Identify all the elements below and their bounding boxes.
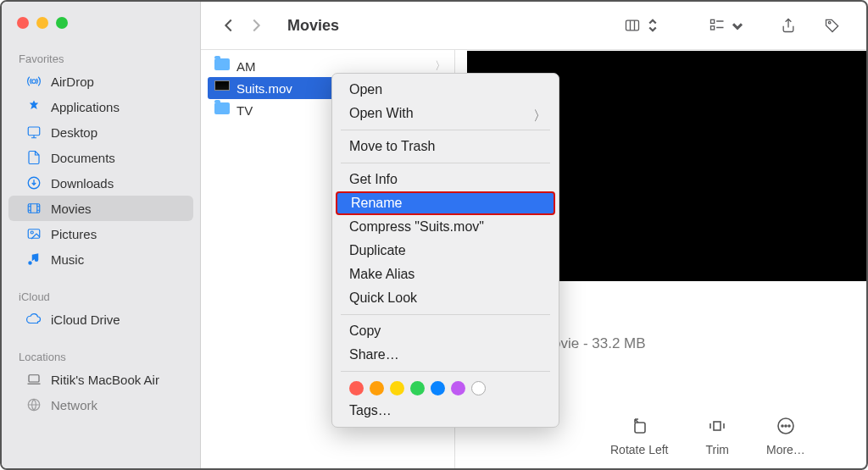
tag-purple[interactable]: [451, 381, 465, 395]
sidebar-item-label: Downloads: [51, 176, 114, 191]
group-button[interactable]: [702, 17, 753, 34]
icloud-icon: [25, 311, 42, 328]
file-meta: ovie - 33.2 MB: [553, 335, 646, 352]
sidebar-item-music[interactable]: Music: [8, 246, 193, 272]
more-icon: [776, 416, 796, 436]
sidebar-item-movies[interactable]: Movies: [8, 196, 193, 221]
menu-item-compress[interactable]: Compress "Suits.mov": [332, 215, 559, 239]
svg-point-17: [788, 425, 790, 427]
menu-item-rename[interactable]: Rename: [336, 191, 555, 215]
menu-item-alias[interactable]: Make Alias: [332, 263, 559, 286]
tags-button[interactable]: [817, 17, 848, 34]
tag-green[interactable]: [410, 381, 425, 395]
sidebar-section-locations: Locations: [2, 347, 200, 367]
sidebar-item-label: Desktop: [51, 125, 97, 140]
sidebar-item-label: Ritik's MacBook Air: [51, 373, 159, 387]
sidebar-item-label: AirDrop: [51, 75, 94, 89]
svg-rect-13: [714, 422, 721, 430]
menu-item-share[interactable]: Share…: [332, 343, 559, 367]
menu-item-open[interactable]: Open: [332, 78, 559, 102]
sidebar-item-desktop[interactable]: Desktop: [8, 119, 193, 145]
file-name: Suits.mov: [236, 81, 292, 96]
svg-rect-3: [28, 204, 40, 213]
chevron-right-icon: 〉: [435, 58, 446, 74]
traffic-lights: [2, 10, 200, 44]
trim-action[interactable]: Trim: [706, 416, 729, 456]
tag-yellow[interactable]: [390, 381, 404, 395]
svg-rect-1: [28, 127, 40, 135]
tag-none[interactable]: [471, 381, 486, 395]
menu-item-duplicate[interactable]: Duplicate: [332, 239, 559, 263]
menu-item-trash[interactable]: Move to Trash: [332, 135, 559, 158]
sidebar-item-documents[interactable]: Documents: [8, 145, 193, 170]
documents-icon: [25, 149, 42, 166]
sidebar-item-label: Applications: [51, 100, 120, 114]
menu-item-tags[interactable]: Tags…: [332, 399, 559, 423]
sidebar-item-label: Network: [51, 398, 97, 412]
svg-rect-12: [635, 423, 645, 433]
sidebar-item-label: Documents: [51, 151, 115, 165]
back-button[interactable]: [220, 16, 238, 35]
sidebar-item-label: Pictures: [51, 227, 97, 241]
share-button[interactable]: [773, 17, 804, 34]
menu-separator: [341, 163, 550, 163]
more-action[interactable]: More…: [766, 416, 805, 456]
svg-point-16: [785, 425, 787, 427]
desktop-icon: [25, 124, 42, 141]
svg-rect-6: [29, 375, 39, 382]
menu-separator: [341, 130, 550, 130]
menu-item-get-info[interactable]: Get Info: [332, 168, 559, 191]
rotate-left-icon: [629, 416, 649, 436]
svg-rect-8: [626, 20, 639, 30]
folder-icon: [214, 58, 230, 74]
tag-orange[interactable]: [370, 381, 384, 395]
sidebar-item-icloud-drive[interactable]: iCloud Drive: [8, 307, 193, 332]
airdrop-icon: [25, 73, 42, 90]
forward-button[interactable]: [247, 16, 265, 35]
sidebar-item-label: Movies: [51, 202, 92, 216]
downloads-icon: [25, 174, 42, 191]
action-label: More…: [766, 443, 805, 456]
action-label: Trim: [706, 443, 729, 456]
quick-actions: Rotate Left Trim More…: [610, 416, 805, 456]
svg-point-15: [782, 425, 783, 427]
menu-separator: [341, 314, 550, 315]
movie-file-icon: [214, 80, 230, 96]
tag-color-row: [332, 376, 559, 399]
tag-blue[interactable]: [431, 381, 445, 395]
file-name: TV: [236, 103, 253, 118]
sidebar-item-macbook[interactable]: Ritik's MacBook Air: [8, 367, 193, 392]
network-icon: [25, 396, 42, 413]
pictures-icon: [25, 225, 42, 242]
menu-item-label: Open With: [349, 106, 414, 120]
sidebar-item-label: Music: [51, 252, 84, 267]
sidebar-item-applications[interactable]: Applications: [8, 94, 193, 119]
folder-icon: [214, 102, 230, 118]
context-menu: Open Open With〉 Move to Trash Get Info R…: [331, 73, 559, 428]
svg-point-11: [828, 21, 831, 24]
window-title: Movies: [287, 17, 339, 35]
rotate-left-action[interactable]: Rotate Left: [610, 416, 669, 456]
sidebar-item-pictures[interactable]: Pictures: [8, 221, 193, 246]
laptop-icon: [25, 371, 42, 388]
sidebar-item-airdrop[interactable]: AirDrop: [8, 69, 193, 94]
menu-item-quick-look[interactable]: Quick Look: [332, 286, 559, 310]
music-icon: [25, 251, 42, 268]
file-name: AM: [236, 59, 256, 74]
sidebar: Favorites AirDrop Applications Desktop D…: [2, 2, 201, 468]
minimize-window-button[interactable]: [36, 17, 48, 29]
close-window-button[interactable]: [17, 17, 29, 29]
chevron-right-icon: 〉: [533, 108, 547, 125]
menu-item-open-with[interactable]: Open With〉: [332, 102, 559, 125]
trim-icon: [707, 416, 727, 436]
svg-point-0: [32, 80, 36, 84]
menu-item-copy[interactable]: Copy: [332, 319, 559, 343]
view-columns-button[interactable]: [617, 17, 668, 34]
sidebar-item-network[interactable]: Network: [8, 392, 193, 417]
applications-icon: [25, 98, 42, 115]
movies-icon: [25, 200, 42, 217]
sidebar-item-downloads[interactable]: Downloads: [8, 170, 193, 196]
tag-red[interactable]: [349, 381, 364, 395]
action-label: Rotate Left: [610, 443, 669, 456]
maximize-window-button[interactable]: [56, 17, 68, 29]
